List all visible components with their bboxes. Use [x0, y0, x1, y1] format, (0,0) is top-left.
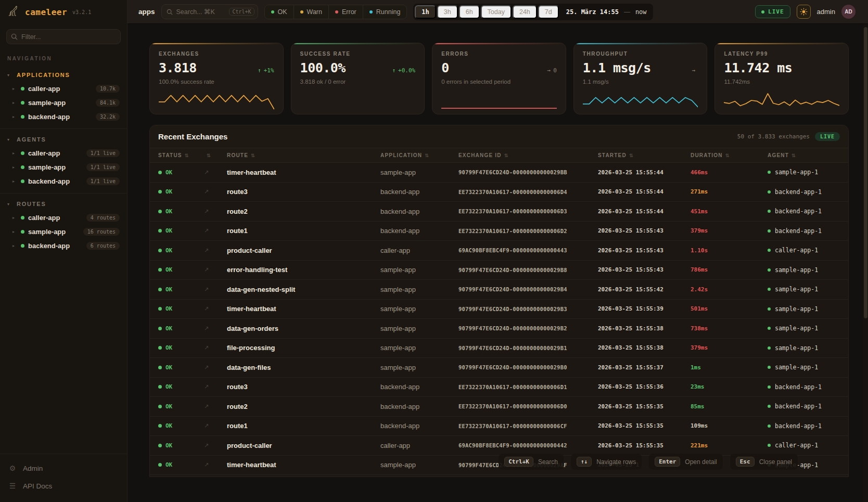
duration-cell: 466ms: [691, 169, 768, 176]
status-cell: OK: [158, 305, 204, 312]
application-cell: backend-app: [380, 188, 458, 196]
table-row[interactable]: OK↗route2backend-appEE7322370A10617-0000…: [150, 202, 848, 222]
card-accent-bar: [574, 43, 707, 44]
kpi-card-latency-p99[interactable]: LATENCY P9911.742 ms11.742ms: [714, 43, 849, 114]
status-label: OK: [165, 364, 172, 371]
kpi-value: 0: [441, 60, 449, 75]
open-detail-icon: ↗: [204, 286, 227, 293]
sidebar-section-header-applications[interactable]: ▾APPLICATIONS: [5, 69, 122, 81]
started-cell: 2026-03-25 15:55:43: [598, 266, 691, 273]
table-row[interactable]: OK↗product-callercaller-app69AC90BF8EBC4…: [150, 241, 848, 261]
column-header-exchange-id[interactable]: EXCHANGE ID⇅: [458, 152, 598, 158]
column-header-duration[interactable]: DURATION⇅: [691, 152, 768, 158]
exchange-id-cell: EE7322370A10617-00000000000006D4: [458, 189, 598, 195]
sidebar-section-header-routes[interactable]: ▾ROUTES: [5, 198, 122, 210]
started-cell: 2026-03-25 15:55:38: [598, 344, 691, 351]
open-detail-icon: ↗: [204, 247, 227, 254]
kpi-card-success-rate[interactable]: SUCCESS RATE100.0%↑+0.0%3.818 ok / 0 err…: [291, 43, 425, 114]
status-filter-warn[interactable]: Warn: [293, 5, 328, 19]
chevron-right-icon: ▸: [12, 100, 17, 105]
table-row[interactable]: OK↗data-gen-nested-splitsample-app90799F…: [150, 280, 848, 300]
sidebar-item-backend-app[interactable]: ▸backend-app32.2k: [5, 110, 122, 123]
sidebar-item-admin[interactable]: ⚙ Admin: [7, 459, 120, 477]
table-body: OK↗timer-heartbeatsample-app90799F47E6CD…: [150, 163, 848, 475]
time-range-7d[interactable]: 7d: [538, 5, 559, 19]
column-header-route[interactable]: ROUTE⇅: [227, 152, 380, 158]
sidebar-item-caller-app[interactable]: ▸caller-app10.7k: [5, 82, 122, 95]
open-detail-icon: ↗: [204, 305, 227, 312]
table-row[interactable]: OK↗route3backend-appEE7322370A10617-0000…: [150, 378, 848, 397]
live-label: LIVE: [768, 8, 784, 15]
route-cell: route3: [227, 383, 380, 391]
table-row[interactable]: OK↗data-gen-filessample-app90799F47E6CD2…: [150, 358, 848, 378]
time-range-3h[interactable]: 3h: [437, 5, 458, 19]
table-row[interactable]: OK↗product-callercaller-app69AC90BF8EBC4…: [150, 436, 848, 456]
hint-label: Navigate rows: [596, 458, 636, 466]
table-row[interactable]: OK↗route1backend-appEE7322370A10617-0000…: [150, 222, 848, 241]
sidebar-item-api-docs[interactable]: ☰ API Docs: [7, 477, 120, 495]
avatar[interactable]: AD: [841, 5, 856, 19]
status-filter-ok[interactable]: OK: [265, 5, 293, 19]
kpi-value: 1.1 msg/s: [583, 60, 651, 75]
time-range-1h[interactable]: 1h: [415, 5, 436, 19]
scrollbar-thumb[interactable]: [864, 27, 867, 318]
route-cell: product-caller: [227, 442, 380, 449]
table-row[interactable]: OK↗route1backend-appEE7322370A10617-0000…: [150, 417, 848, 436]
global-search[interactable]: Search... ⌘K Ctrl+K: [161, 4, 258, 19]
sidebar-item-sample-app[interactable]: ▸sample-app84.1k: [5, 96, 122, 109]
column-header-started[interactable]: STARTED⇅: [598, 152, 691, 158]
open-detail-icon: ↗: [204, 461, 227, 468]
column-header-status[interactable]: STATUS⇅: [158, 152, 204, 158]
brand[interactable]: cameleer v3.2.1: [0, 0, 127, 24]
sidebar-filter-input[interactable]: [6, 29, 121, 44]
started-cell: 2026-03-25 15:55:35: [598, 442, 691, 449]
kpi-card-throughput[interactable]: THROUGHPUT1.1 msg/s→1.1 msg/s: [573, 43, 708, 114]
status-label: OK: [165, 344, 172, 351]
sidebar-item-caller-app[interactable]: ▸caller-app4 routes: [5, 211, 122, 224]
status-cell: OK: [158, 266, 204, 273]
status-filter-group: OKWarnErrorRunning: [264, 5, 407, 19]
sidebar-item-label: sample-app: [28, 228, 80, 236]
live-toggle-button[interactable]: LIVE: [755, 5, 790, 18]
column-header-agent[interactable]: AGENT⇅: [768, 152, 840, 158]
table-row[interactable]: OK↗file-processingsample-app90799F47E6CD…: [150, 339, 848, 358]
table-row[interactable]: OK↗route2backend-appEE7322370A10617-0000…: [150, 397, 848, 417]
chevron-right-icon: ▸: [12, 179, 17, 184]
exchange-id-cell: EE7322370A10617-00000000000006D0: [458, 403, 598, 409]
sidebar-item-sample-app[interactable]: ▸sample-app1/1 live: [5, 161, 122, 174]
agent-cell: sample-app-1: [768, 344, 840, 352]
open-detail-icon: ↗: [204, 266, 227, 273]
column-label: STARTED: [598, 152, 627, 158]
search-shortcut-badge: Ctrl+K: [229, 8, 254, 16]
time-range-24h[interactable]: 24h: [513, 5, 537, 19]
agent-status-dot: [768, 385, 771, 389]
kpi-card-exchanges[interactable]: EXCHANGES3.818↑+1%100.0% success rate: [149, 43, 284, 114]
status-filter-error[interactable]: Error: [328, 5, 363, 19]
exchange-id-cell: 90799F47E6CD24D-00000000000029B0: [458, 364, 598, 370]
time-range-today[interactable]: Today: [481, 5, 512, 19]
column-header-expand[interactable]: ⇅: [204, 153, 227, 158]
status-filter-running[interactable]: Running: [363, 5, 407, 19]
theme-toggle-button[interactable]: [797, 5, 811, 19]
column-header-application[interactable]: APPLICATION⇅: [380, 152, 458, 158]
table-row[interactable]: OK↗timer-heartbeatsample-app90799F47E6CD…: [150, 300, 848, 319]
kpi-title: LATENCY P99: [724, 51, 839, 57]
application-cell: backend-app: [380, 227, 458, 235]
table-row[interactable]: OK↗route3backend-appEE7322370A10617-0000…: [150, 183, 848, 202]
sidebar-section-header-agents[interactable]: ▾AGENTS: [5, 133, 122, 146]
time-range-6h[interactable]: 6h: [459, 5, 480, 19]
kpi-delta: →: [692, 67, 698, 74]
sidebar-item-backend-app[interactable]: ▸backend-app6 routes: [5, 239, 122, 252]
kpi-card-errors[interactable]: ERRORS0→00 errors in selected period: [432, 43, 566, 114]
open-detail-icon: ↗: [204, 383, 227, 390]
duration-cell: 23ms: [691, 383, 768, 390]
kpi-delta: [837, 67, 839, 74]
sidebar-item-sample-app[interactable]: ▸sample-app16 routes: [5, 225, 122, 238]
sidebar-item-caller-app[interactable]: ▸caller-app1/1 live: [5, 147, 122, 160]
scrollbar-track[interactable]: [863, 24, 868, 502]
table-row[interactable]: OK↗data-gen-orderssample-app90799F47E6CD…: [150, 319, 848, 339]
duration-cell: 85ms: [691, 403, 768, 410]
table-row[interactable]: OK↗error-handling-testsample-app90799F47…: [150, 261, 848, 280]
sidebar-item-backend-app[interactable]: ▸backend-app1/1 live: [5, 175, 122, 188]
table-row[interactable]: OK↗timer-heartbeatsample-app90799F47E6CD…: [150, 163, 848, 183]
